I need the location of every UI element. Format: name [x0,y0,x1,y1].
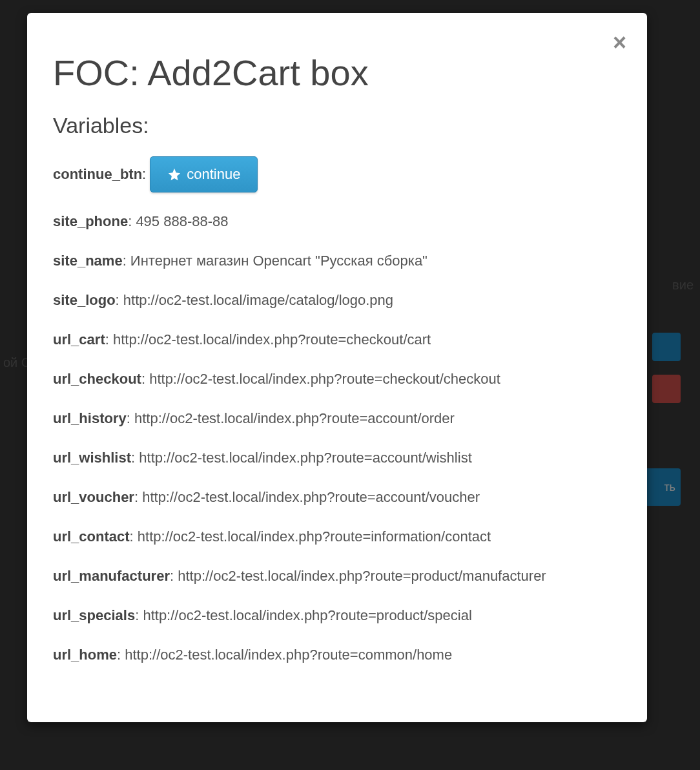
variable-value: http://oc2-test.local/index.php?route=in… [138,528,491,545]
close-icon: × [613,29,626,56]
variable-value: http://oc2-test.local/index.php?route=ac… [142,489,480,505]
variable-key: site_name [53,253,123,269]
variable-key: url_wishlist [53,450,131,466]
variable-row: site_logo: http://oc2-test.local/image/c… [53,289,621,311]
variable-row: url_voucher: http://oc2-test.local/index… [53,486,621,508]
modal-title: FOC: Add2Cart box [53,52,621,94]
star-icon [167,167,181,182]
variable-row: url_checkout: http://oc2-test.local/inde… [53,368,621,390]
variable-row: url_cart: http://oc2-test.local/index.ph… [53,329,621,350]
variable-row: url_home: http://oc2-test.local/index.ph… [53,644,621,665]
variable-value: http://oc2-test.local/index.php?route=ac… [139,450,471,466]
modal-subtitle: Variables: [53,113,621,138]
variable-key: url_home [53,647,117,663]
variable-key: url_cart [53,331,105,348]
variable-row: url_specials: http://oc2-test.local/inde… [53,605,621,626]
variable-key: site_phone [53,213,128,229]
variable-key: url_history [53,410,127,426]
variable-key: url_checkout [53,371,141,387]
variable-row-continue-btn: continue_btn: continue [53,156,621,192]
variable-key: url_manufacturer [53,568,170,584]
variable-value: http://oc2-test.local/index.php?route=co… [125,647,452,663]
variable-value: 495 888-88-88 [136,213,228,229]
variable-value: Интернет магазин Opencart "Русская сборк… [130,253,427,269]
variable-key: url_contact [53,528,130,545]
variable-value: http://oc2-test.local/index.php?route=pr… [143,607,471,623]
variable-row: url_wishlist: http://oc2-test.local/inde… [53,447,621,468]
variable-row: site_phone: 495 888-88-88 [53,211,621,232]
variable-row: url_contact: http://oc2-test.local/index… [53,526,621,547]
close-button[interactable]: × [613,31,626,54]
variable-key-label: continue_btn: [53,166,146,183]
modal-dialog: × FOC: Add2Cart box Variables: continue_… [27,13,647,722]
continue-button-label: continue [187,166,240,183]
variable-value: http://oc2-test.local/image/catalog/logo… [123,292,393,308]
variable-value: http://oc2-test.local/index.php?route=ac… [134,410,455,426]
continue-button[interactable]: continue [150,156,258,192]
variable-value: http://oc2-test.local/index.php?route=pr… [178,568,546,584]
variable-value: http://oc2-test.local/index.php?route=ch… [149,371,500,387]
variable-row: url_history: http://oc2-test.local/index… [53,408,621,429]
variable-key: site_logo [53,292,116,308]
variable-row: site_name: Интернет магазин Opencart "Ру… [53,250,621,271]
variable-value: http://oc2-test.local/index.php?route=ch… [113,331,431,348]
variable-row: url_manufacturer: http://oc2-test.local/… [53,565,621,587]
variable-key: url_specials [53,607,135,623]
variable-key: url_voucher [53,489,134,505]
